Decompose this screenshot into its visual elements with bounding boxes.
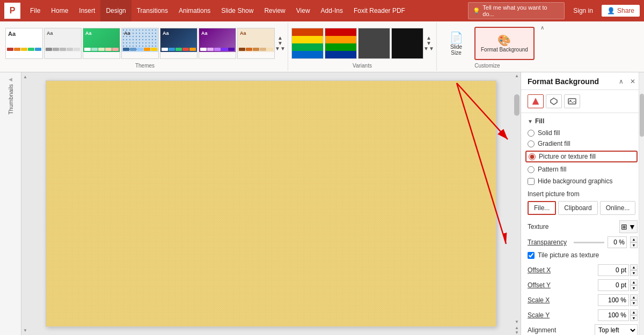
scale-x-down-btn[interactable]: ▼ bbox=[630, 300, 638, 306]
picture-fill-option: Picture or texture fill bbox=[525, 151, 638, 162]
offset-x-up-btn[interactable]: ▲ bbox=[630, 264, 638, 270]
transparency-up-btn[interactable]: ▲ bbox=[630, 236, 638, 242]
tab-effects[interactable] bbox=[546, 94, 562, 108]
scale-x-up-btn[interactable]: ▲ bbox=[630, 294, 638, 300]
scroll-right-bottom-icon[interactable]: ▼ bbox=[513, 319, 521, 325]
transparency-slider[interactable] bbox=[574, 242, 604, 243]
texture-button[interactable]: ⊞ ▼ bbox=[619, 220, 638, 233]
panel-tabs bbox=[521, 90, 644, 113]
offset-x-value: ▲ ▼ bbox=[598, 264, 638, 276]
variant-1[interactable] bbox=[291, 28, 324, 59]
panel-collapse-button[interactable]: ∧ bbox=[616, 77, 626, 86]
online-button[interactable]: Online... bbox=[600, 201, 636, 215]
offset-y-down-btn[interactable]: ▼ bbox=[630, 285, 638, 291]
scale-x-input[interactable] bbox=[598, 294, 629, 306]
tab-picture[interactable] bbox=[564, 94, 580, 108]
offset-y-up-btn[interactable]: ▲ bbox=[630, 279, 638, 285]
tile-checkbox[interactable] bbox=[528, 252, 535, 259]
hide-bg-label[interactable]: Hide background graphics bbox=[538, 177, 612, 185]
tile-label[interactable]: Tile picture as texture bbox=[538, 251, 599, 259]
share-button[interactable]: 👤 Share bbox=[602, 5, 640, 17]
solid-fill-label[interactable]: Solid fill bbox=[538, 129, 560, 137]
theme-purple[interactable]: Aa bbox=[199, 28, 236, 59]
scroll-expand-down-icon[interactable]: ▼ bbox=[513, 330, 521, 335]
alignment-select[interactable]: Top left Top center Top right Middle lef… bbox=[595, 324, 638, 335]
scale-y-value: ▲ ▼ bbox=[598, 309, 638, 321]
menu-design[interactable]: Design bbox=[100, 0, 131, 21]
slide-size-button[interactable]: 📄 SlideSize bbox=[440, 27, 472, 60]
scroll-right-top-icon[interactable]: ▲ bbox=[513, 72, 521, 78]
offset-y-input[interactable] bbox=[598, 279, 629, 291]
offset-x-input[interactable] bbox=[598, 264, 629, 276]
main-area: ◀ Thumbnails ▲ ▼ ▲ ▼ ▲ ▼ Format Backgr bbox=[0, 72, 644, 335]
format-background-button[interactable]: 🎨 Format Background bbox=[474, 27, 535, 60]
canvas-area bbox=[29, 72, 513, 335]
variant-scroll-down-icon[interactable]: ▼ bbox=[426, 41, 431, 46]
texture-row: Texture ⊞ ▼ bbox=[528, 220, 638, 233]
search-box[interactable]: 💡 Tell me what you want to do... bbox=[468, 2, 565, 19]
scale-y-label: Scale Y bbox=[528, 311, 550, 319]
menu-foxit[interactable]: Foxit Reader PDF bbox=[348, 0, 411, 21]
offset-y-label: Offset Y bbox=[528, 281, 551, 289]
offset-y-value: ▲ ▼ bbox=[598, 279, 638, 291]
menu-animations[interactable]: Animations bbox=[173, 0, 216, 21]
menu-transitions[interactable]: Transitions bbox=[131, 0, 173, 21]
right-scrollbar[interactable]: ▲ ▼ ▲ ▼ bbox=[513, 72, 521, 335]
theme-green[interactable]: Aa bbox=[83, 28, 120, 59]
menu-home[interactable]: Home bbox=[46, 0, 74, 21]
transparency-down-btn[interactable]: ▼ bbox=[630, 242, 638, 248]
menu-view[interactable]: View bbox=[291, 0, 316, 21]
scroll-top-icon[interactable]: ▲ bbox=[23, 75, 27, 79]
gradient-fill-label[interactable]: Gradient fill bbox=[538, 140, 570, 147]
menu-review[interactable]: Review bbox=[259, 0, 290, 21]
customize-label: Customize bbox=[474, 62, 500, 69]
pattern-fill-radio[interactable] bbox=[528, 166, 535, 173]
scale-y-down-btn[interactable]: ▼ bbox=[630, 315, 638, 321]
theme-default[interactable]: Aa bbox=[5, 28, 43, 59]
variant-scroll-more-icon[interactable]: ▼▼ bbox=[423, 46, 434, 51]
scroll-more-icon[interactable]: ▼▼ bbox=[275, 46, 286, 51]
solid-fill-radio[interactable] bbox=[528, 130, 535, 137]
tab-fill[interactable] bbox=[528, 94, 544, 108]
scroll-expand-up-icon[interactable]: ▲ bbox=[513, 325, 521, 330]
insert-picture-label: Insert picture from bbox=[528, 190, 638, 198]
scale-y-up-btn[interactable]: ▲ bbox=[630, 309, 638, 315]
variant-2[interactable] bbox=[325, 28, 357, 59]
gradient-fill-radio[interactable] bbox=[528, 140, 535, 147]
fill-section-header[interactable]: ▼ Fill bbox=[528, 117, 638, 125]
panel-scrollbar[interactable] bbox=[639, 72, 644, 335]
picture-fill-radio[interactable] bbox=[529, 153, 536, 160]
pattern-fill-label[interactable]: Pattern fill bbox=[538, 166, 566, 173]
scroll-up-icon[interactable]: ▲ bbox=[277, 35, 283, 41]
theme-dots[interactable]: Aa bbox=[121, 28, 159, 59]
variant-scroll-up-icon[interactable]: ▲ bbox=[426, 35, 431, 41]
thumbnails-expand-icon[interactable]: ◀ bbox=[9, 77, 12, 82]
variant-4[interactable] bbox=[391, 28, 423, 59]
thumbnails-label[interactable]: Thumbnails bbox=[8, 84, 14, 115]
texture-grid-icon: ⊞ bbox=[621, 222, 627, 231]
menu-slideshow[interactable]: Slide Show bbox=[216, 0, 259, 21]
ribbon-collapse-button[interactable]: ∧ bbox=[538, 23, 547, 71]
variant-3[interactable] bbox=[358, 28, 390, 59]
scale-y-input[interactable] bbox=[598, 309, 629, 321]
theme-dark[interactable]: Aa bbox=[160, 28, 197, 59]
theme-warm[interactable]: Aa bbox=[237, 28, 275, 59]
left-scrollbar[interactable]: ▲ ▼ bbox=[21, 72, 29, 335]
panel-close-button[interactable]: ✕ bbox=[628, 77, 638, 86]
effects-tab-icon bbox=[550, 97, 558, 106]
scroll-down-icon[interactable]: ▼ bbox=[277, 41, 283, 46]
offset-x-down-btn[interactable]: ▼ bbox=[630, 270, 638, 276]
theme-scroll[interactable]: ▲ ▼ ▼▼ bbox=[276, 31, 284, 56]
theme-light[interactable]: Aa bbox=[44, 28, 82, 59]
file-button[interactable]: File... bbox=[528, 201, 556, 215]
picture-fill-label[interactable]: Picture or texture fill bbox=[539, 153, 596, 160]
variant-scroll[interactable]: ▲ ▼ ▼▼ bbox=[425, 31, 433, 56]
sign-in-button[interactable]: Sign in bbox=[569, 5, 597, 17]
clipboard-button[interactable]: Clipboard bbox=[558, 201, 597, 215]
menu-file[interactable]: File bbox=[25, 0, 46, 21]
scroll-bottom-icon[interactable]: ▼ bbox=[23, 328, 27, 333]
transparency-input[interactable] bbox=[608, 236, 627, 248]
menu-insert[interactable]: Insert bbox=[74, 0, 100, 21]
menu-addins[interactable]: Add-Ins bbox=[316, 0, 348, 21]
hide-bg-checkbox[interactable] bbox=[528, 178, 535, 185]
